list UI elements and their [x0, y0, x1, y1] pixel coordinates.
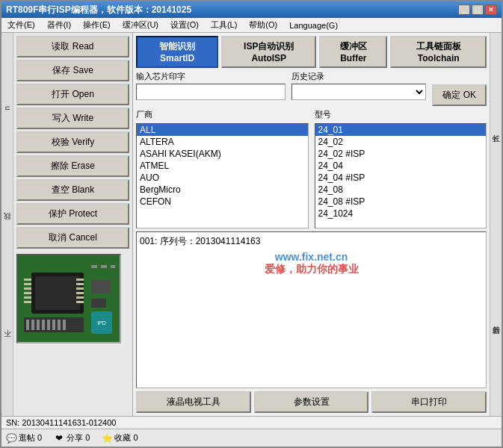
minimize-button[interactable]: _	[458, 4, 470, 15]
taskbar-collect[interactable]: ⭐ 收藏 0	[102, 432, 138, 444]
chip-input-label: 输入芯片印字	[136, 71, 286, 82]
svg-text:IPD: IPD	[97, 320, 106, 326]
taskbar-share-label: 分享 0	[67, 432, 90, 444]
svg-rect-18	[26, 320, 29, 330]
svg-rect-24	[58, 320, 61, 330]
history-select[interactable]	[291, 84, 426, 100]
vendor-item-all[interactable]: ALL	[137, 124, 308, 136]
bottom-toolbar: 液晶电视工具 参数设置 串口打印	[136, 391, 487, 413]
cancel-button[interactable]: 取消 Cancel	[16, 227, 129, 249]
menu-device[interactable]: 器件(I)	[44, 19, 74, 31]
model-listbox[interactable]: 24_01 24_02 24_02 #ISP 24_04 24_04 #ISP …	[315, 123, 487, 228]
save-button[interactable]: 保存 Save	[16, 60, 129, 81]
history-label: 历史记录	[291, 71, 426, 82]
svg-rect-25	[63, 320, 66, 330]
menu-language[interactable]: Language(G)	[286, 20, 341, 31]
model-list-group: 型号 24_01 24_02 24_02 #ISP 24_04 24_04 #I…	[315, 109, 487, 228]
serial-print-button[interactable]: 串口打印	[371, 391, 487, 413]
vendor-item-bergmicro[interactable]: BergMicro	[137, 184, 308, 196]
window-controls: _ □ ✕	[458, 4, 497, 15]
svg-rect-20	[37, 320, 40, 330]
model-item-24_08_isp[interactable]: 24_08 #ISP	[315, 196, 487, 208]
vendor-item-auo[interactable]: AUO	[137, 172, 308, 184]
model-item-24_02[interactable]: 24_02	[315, 136, 487, 148]
menu-bar: 文件(E) 器件(I) 操作(E) 缓冲区(U) 设置(O) 工具(L) 帮助(…	[1, 18, 502, 33]
vendor-item-atmel[interactable]: ATMEL	[137, 160, 308, 172]
output-area[interactable]: 001: 序列号：2013041114163 www.fix.net.cn 爱修…	[136, 231, 487, 388]
chip-selection: 厂商 ALL ALTERA ASAHI KASEI(AKM) ATMEL AUO…	[136, 109, 487, 228]
window-title: RT809F串行ISP编程器，软件版本：20141025	[6, 4, 191, 16]
svg-rect-22	[47, 320, 50, 330]
close-button[interactable]: ✕	[485, 4, 497, 15]
svg-rect-11	[76, 287, 84, 290]
taskbar: 💬 逛帖 0 ❤ 分享 0 ⭐ 收藏 0	[1, 429, 502, 447]
chip-image: IPD	[16, 254, 121, 343]
svg-rect-2	[35, 276, 80, 310]
share-icon: ❤	[54, 433, 64, 444]
toolchain-button[interactable]: 工具链面板 Toolchain	[390, 36, 487, 68]
collect-icon: ⭐	[102, 433, 112, 444]
model-item-24_02_isp[interactable]: 24_02 #ISP	[315, 148, 487, 160]
blank-button[interactable]: 查空 Blank	[16, 179, 129, 201]
taskbar-post-label: 逛帖 0	[19, 432, 42, 444]
svg-rect-8	[24, 301, 31, 303]
model-item-24_04_isp[interactable]: 24_04 #ISP	[315, 172, 487, 184]
vendor-item-altera[interactable]: ALTERA	[137, 136, 308, 148]
write-button[interactable]: 写入 Write	[16, 108, 129, 129]
model-label: 型号	[315, 109, 487, 120]
menu-help[interactable]: 帮助(O)	[246, 19, 280, 31]
status-sn: SN: 20130411141631-012400	[6, 418, 116, 427]
svg-rect-19	[31, 320, 34, 330]
sidebar: 读取 Read 保存 Save 打开 Open 写入 Write 校验 Veri…	[13, 33, 133, 416]
svg-rect-29	[101, 265, 107, 268]
protect-button[interactable]: 保护 Protect	[16, 203, 129, 225]
right-edge: 长虹 台新的	[490, 33, 502, 416]
title-bar: RT809F串行ISP编程器，软件版本：20141025 _ □ ✕	[1, 1, 502, 18]
history-group: 历史记录	[291, 71, 426, 100]
smart-id-button[interactable]: 智能识别 SmartID	[136, 36, 218, 68]
open-button[interactable]: 打开 Open	[16, 84, 129, 105]
auto-isp-button[interactable]: ISP自动识别 AutoISP	[221, 36, 316, 68]
svg-rect-6	[24, 292, 31, 294]
output-watermark: www.fix.net.cn	[140, 251, 483, 263]
menu-settings[interactable]: 设置(O)	[167, 19, 202, 31]
svg-rect-9	[76, 279, 84, 281]
main-window: RT809F串行ISP编程器，软件版本：20141025 _ □ ✕ 文件(E)…	[0, 0, 503, 448]
model-item-24_04[interactable]: 24_04	[315, 160, 487, 172]
lcd-tool-button[interactable]: 液晶电视工具	[136, 391, 251, 413]
left-edge: n 我 不	[1, 33, 13, 416]
ok-button[interactable]: 确定 OK	[432, 84, 487, 106]
svg-rect-21	[42, 320, 45, 330]
vendor-listbox[interactable]: ALL ALTERA ASAHI KASEI(AKM) ATMEL AUO Be…	[136, 123, 309, 228]
buffer-button[interactable]: 缓冲区 Buffer	[319, 36, 387, 68]
param-settings-button[interactable]: 参数设置	[254, 391, 369, 413]
menu-buffer[interactable]: 缓冲区(U)	[120, 19, 161, 31]
svg-rect-12	[76, 292, 84, 294]
taskbar-post[interactable]: 💬 逛帖 0	[6, 432, 42, 444]
output-slogan: 爱修，助力你的事业	[140, 263, 483, 276]
chip-input[interactable]	[136, 84, 286, 100]
vendor-item-cefon[interactable]: CEFON	[137, 196, 308, 208]
input-area: 输入芯片印字 历史记录 确定 OK	[136, 71, 487, 106]
model-item-24_1024[interactable]: 24_1024	[315, 208, 487, 220]
menu-file[interactable]: 文件(E)	[4, 19, 38, 31]
menu-tools[interactable]: 工具(L)	[208, 19, 240, 31]
model-item-24_08[interactable]: 24_08	[315, 184, 487, 196]
read-button[interactable]: 读取 Read	[16, 36, 129, 57]
status-bar: SN: 20130411141631-012400	[1, 416, 502, 429]
vendor-list-group: 厂商 ALL ALTERA ASAHI KASEI(AKM) ATMEL AUO…	[136, 109, 309, 228]
erase-button[interactable]: 擦除 Erase	[16, 155, 129, 177]
right-panel: 智能识别 SmartID ISP自动识别 AutoISP 缓冲区 Buffer …	[133, 33, 490, 416]
svg-rect-16	[91, 299, 106, 308]
chip-input-group: 输入芯片印字	[136, 71, 286, 100]
vendor-item-asahi[interactable]: ASAHI KASEI(AKM)	[137, 148, 308, 160]
main-area: 读取 Read 保存 Save 打开 Open 写入 Write 校验 Veri…	[13, 33, 490, 416]
maximize-button[interactable]: □	[472, 4, 484, 15]
svg-rect-13	[76, 296, 84, 299]
verify-button[interactable]: 校验 Verify	[16, 131, 129, 153]
menu-operation[interactable]: 操作(E)	[80, 19, 114, 31]
vendor-label: 厂商	[136, 109, 309, 120]
model-item-24_01[interactable]: 24_01	[315, 124, 487, 136]
taskbar-share[interactable]: ❤ 分享 0	[54, 432, 90, 444]
post-icon: 💬	[6, 433, 16, 444]
